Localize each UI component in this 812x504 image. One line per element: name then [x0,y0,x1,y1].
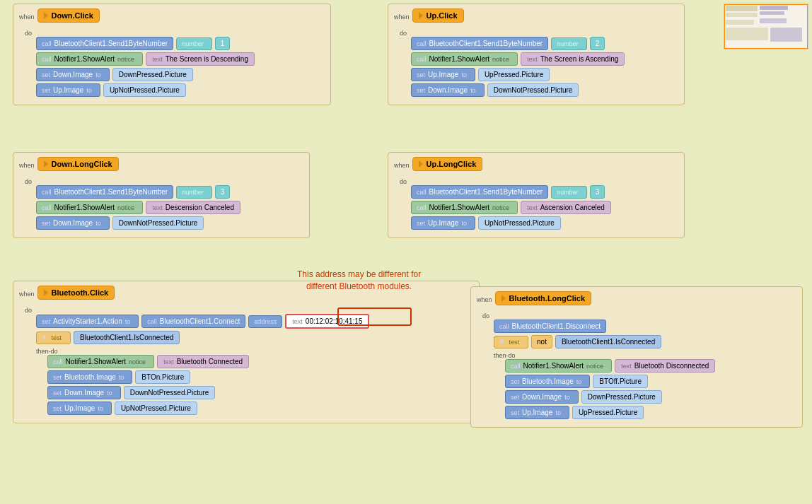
text-ascending[interactable]: text The Screen is Ascending [521,52,625,66]
down-not-pressed-pic-1[interactable]: DownNotPressed.Picture [487,83,579,97]
up-click-label[interactable]: Up.Click [412,8,464,23]
do-tag-1: do [25,30,32,37]
notifier-call-4[interactable]: call Notifier1.ShowAlert notice [411,201,518,214]
down-not-pressed-pic-2[interactable]: DownNotPressed.Picture [112,216,204,230]
if-connected-block[interactable]: if test [36,332,71,344]
do-tag-5: do [25,307,32,314]
annotation-text: This address may be different for differ… [297,269,421,293]
set-up-image-btlc[interactable]: set Up.Image to [505,406,569,419]
down-click-label[interactable]: Down.Click [37,8,100,23]
do-tag-2: do [400,30,407,37]
set-down-image-btlc[interactable]: set Down.Image to [505,390,579,404]
set-up-image-bt[interactable]: set Up.Image to [47,402,112,415]
set-up-image-3[interactable]: set Up.Image to [411,216,475,230]
do-tag-6: do [482,312,489,320]
number-label-2: number [551,37,587,50]
number-label-1: number [176,37,212,50]
up-longclick-group: when Up.LongClick do call BluetoothClien… [388,152,685,238]
when-tag-4: when [394,162,410,169]
not-block[interactable]: not [531,335,552,348]
when-tag-6: when [477,296,492,303]
up-not-pressed-pic-1[interactable]: UpNotPressed.Picture [103,83,186,97]
up-longclick-label[interactable]: Up.LongClick [412,157,483,171]
when-tag-2: when [394,13,410,20]
up-pressed-btlc[interactable]: UpPressed.Picture [572,406,644,419]
notifier-call-1[interactable]: call Notifier1.ShowAlert notice [36,52,143,66]
set-down-image-2[interactable]: set Down.Image to [411,83,485,97]
minimap-inner [724,4,808,49]
set-up-image-2[interactable]: set Up.Image to [411,68,475,81]
text-descending[interactable]: text The Screen is Descending [146,52,255,66]
down-longclick-label[interactable]: Down.LongClick [37,157,119,171]
number-value-3[interactable]: 3 [215,185,231,199]
set-bluetooth-image-on[interactable]: set Bluetooth.Image to [47,370,132,384]
bt-send-call-1[interactable]: call BluetoothClient1.Send1ByteNumber [36,37,173,50]
when-tag-1: when [19,13,35,20]
bt-on-pic[interactable]: BTOn.Picture [135,370,190,384]
minimap[interactable] [724,4,808,49]
text-descension-canceled[interactable]: text Descension Canceled [146,201,240,214]
bt-send-call-2[interactable]: call BluetoothClient1.Send1ByteNumber [411,37,548,50]
annotation-box [337,307,412,326]
number-value-2[interactable]: 2 [590,37,605,50]
set-up-image-1[interactable]: set Up.Image to [36,83,100,97]
number-value-1[interactable]: 1 [215,37,231,50]
down-longclick-group: when Down.LongClick do call BluetoothCli… [13,152,310,238]
text-bt-connected[interactable]: text Bluetooth Connected [157,355,249,368]
down-click-group: when Down.Click do call BluetoothClient1… [13,4,331,105]
bt-off-pic[interactable]: BTOff.Picture [593,375,648,388]
bt-send-call-3[interactable]: call BluetoothClient1.Send1ByteNumber [36,185,173,199]
then-do-tag: then-do [36,348,58,355]
address-label: address [248,315,282,328]
bluetooth-longclick-label[interactable]: Bluetooth.LongClick [495,291,592,305]
do-tag-4: do [400,178,407,185]
when-tag-5: when [19,291,35,298]
when-tag-3: when [19,162,35,169]
notifier-call-2[interactable]: call Notifier1.ShowAlert notice [411,52,518,66]
text-ascension-canceled[interactable]: text Ascension Canceled [521,201,611,214]
bluetooth-longclick-group: when Bluetooth.LongClick do call Bluetoo… [470,286,803,428]
bt-disconnect-call[interactable]: call BluetoothClient1.Disconnect [494,320,606,333]
up-not-pressed-pic-2[interactable]: UpNotPressed.Picture [478,216,561,230]
bt-send-call-4[interactable]: call BluetoothClient1.Send1ByteNumber [411,185,548,199]
notifier-call-3[interactable]: call Notifier1.ShowAlert notice [36,201,143,214]
bluetooth-click-label[interactable]: Bluetooth.Click [37,286,115,300]
up-pressed-pic[interactable]: UpPressed.Picture [478,68,550,81]
if-not-connected-block[interactable]: if test [494,336,528,348]
notifier-bt-connected[interactable]: call Notifier1.ShowAlert notice [47,355,154,368]
set-down-image-1[interactable]: set Down.Image to [36,68,110,81]
number-label-4: number [551,186,587,199]
down-not-pressed-bt[interactable]: DownNotPressed.Picture [124,386,216,399]
bt-is-connected-2[interactable]: BluetoothClient1.IsConnected [555,335,661,348]
bluetooth-click-group: when Bluetooth.Click do set ActivityStar… [13,281,480,423]
up-click-group: when Up.Click do call BluetoothClient1.S… [388,4,685,105]
number-value-4[interactable]: 3 [590,185,605,199]
set-down-image-3[interactable]: set Down.Image to [36,216,110,230]
bt-is-connected[interactable]: BluetoothClient1.IsConnected [74,331,180,344]
do-tag-3: do [25,178,32,185]
down-pressed-btlc[interactable]: DownPressed.Picture [581,390,662,404]
set-bluetooth-image-off[interactable]: set Bluetooth.Image to [505,375,590,388]
set-down-image-bt[interactable]: set Down.Image to [47,386,121,399]
number-label-3: number [176,186,212,199]
set-activity-action[interactable]: set ActivityStarter1.Action to [36,315,139,328]
down-pressed-pic[interactable]: DownPressed.Picture [112,68,193,81]
bt-connect-call[interactable]: call BluetoothClient1.Connect [141,315,245,328]
notifier-bt-disconnected[interactable]: call Notifier1.ShowAlert notice [505,359,612,373]
text-bt-disconnected[interactable]: text Bluetooth Disconnected [615,359,715,373]
then-do-tag-2: then-do [494,352,516,359]
up-not-pressed-bt[interactable]: UpNotPressed.Picture [115,402,197,415]
